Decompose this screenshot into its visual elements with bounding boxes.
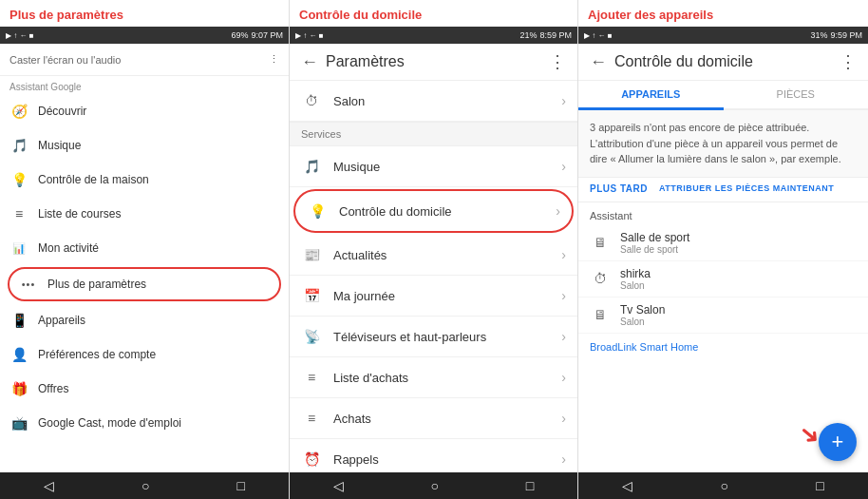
more-icon-p2[interactable]: ⋮: [549, 51, 566, 72]
nav-label-plus-parametres: Plus de paramètres: [47, 278, 146, 291]
more-icon-p3[interactable]: ⋮: [840, 51, 857, 72]
televiseurs-label: Téléviseurs et haut-parleurs: [333, 330, 486, 344]
alarm-icon-p2: ⏰: [301, 449, 322, 470]
chevron-icon-salon: ›: [561, 93, 566, 108]
tab-pieces[interactable]: PIÈCES: [724, 81, 869, 110]
tab-appareils[interactable]: APPAREILS: [578, 81, 724, 110]
activity-icon: 📊: [9, 239, 28, 258]
ma-journee-label: Ma journée: [333, 289, 395, 303]
news-icon-p2: 📰: [301, 244, 322, 265]
nav-item-liste-courses[interactable]: ≡ Liste de courses: [0, 197, 289, 231]
home-icon-p2: 💡: [307, 201, 328, 221]
music-icon: 🎵: [9, 136, 28, 155]
nav-label-google-cast: Google Cast, mode d'emploi: [38, 416, 181, 430]
home-icon: 💡: [9, 170, 28, 189]
panel3-nav-bar: ◁ ○ □: [578, 472, 868, 499]
home-button-p3[interactable]: ○: [721, 478, 728, 493]
panel1-status-bar: ▶ ↑ ← ■ 69% 9:07 PM: [0, 27, 289, 44]
salon-icon: ⏱: [301, 90, 322, 111]
nav-item-musique[interactable]: 🎵 Musique: [0, 128, 289, 163]
panel1-nav-list: 🧭 Découvrir 🎵 Musique 💡 Contrôle de la m…: [0, 94, 289, 472]
add-device-fab[interactable]: +: [819, 423, 857, 461]
chevron-controle: ›: [556, 203, 560, 219]
panel3-time: 9:59 PM: [830, 30, 862, 40]
panel1-status-icons: ▶ ↑ ← ■: [6, 31, 34, 40]
panel2-achats-item[interactable]: ≡ Achats ›: [290, 398, 577, 439]
recents-button-p2[interactable]: □: [526, 478, 534, 493]
add-icon: +: [832, 430, 844, 454]
device-item-salle-sport[interactable]: 🖥 Salle de sport Salle de sport: [578, 225, 868, 261]
chevron-rappels: ›: [561, 451, 566, 467]
devices-icon: 📱: [9, 311, 28, 330]
panel3-info-box: 3 appareils n'ont pas encore de pièce at…: [578, 110, 868, 178]
device-icon-shirka: ⏱: [590, 268, 611, 289]
calendar-icon-p2: 📅: [301, 285, 322, 306]
device-name-tv-salon: Tv Salon: [620, 303, 665, 317]
home-button-p2[interactable]: ○: [431, 478, 439, 493]
panel2-controle-domicile-item[interactable]: 💡 Contrôle du domicile ›: [293, 189, 574, 233]
actualites-label: Actualités: [333, 248, 387, 262]
home-button-p1[interactable]: ○: [142, 478, 149, 493]
panel-plus-de-parametres: Plus de paramètres ▶ ↑ ← ■ 69% 9:07 PM C…: [0, 0, 290, 499]
device-name-salle-sport: Salle de sport: [620, 231, 689, 244]
back-icon-p3[interactable]: ←: [590, 52, 607, 72]
nav-item-decouvrir[interactable]: 🧭 Découvrir: [0, 94, 289, 128]
musique-label-p2: Musique: [333, 160, 380, 174]
plus-tard-button[interactable]: PLUS TARD: [590, 183, 648, 194]
chevron-liste-achats: ›: [561, 370, 566, 385]
nav-item-mon-activite[interactable]: 📊 Mon activité: [0, 231, 289, 265]
panel2-nav-bar: ◁ ○ □: [290, 472, 577, 499]
nav-item-appareils[interactable]: 📱 Appareils: [0, 303, 289, 337]
panel2-liste-achats-item[interactable]: ≡ Liste d'achats ›: [290, 357, 577, 398]
nav-label-controle-maison: Contrôle de la maison: [38, 173, 149, 186]
nav-label-preferences-compte: Préférences de compte: [38, 348, 156, 361]
back-button-p2[interactable]: ◁: [333, 478, 344, 493]
nav-label-decouvrir: Découvrir: [38, 105, 86, 118]
device-icon-tv-salon: 🖥: [590, 304, 611, 325]
nav-item-google-cast[interactable]: 📺 Google Cast, mode d'emploi: [0, 406, 289, 440]
back-button-p3[interactable]: ◁: [622, 478, 632, 493]
back-button-p1[interactable]: ◁: [44, 478, 54, 493]
panel3-toolbar-title: Contrôle du domicile: [614, 53, 753, 70]
panel3-devices-list: 🖥 Salle de sport Salle de sport ⏱ shirka…: [578, 225, 868, 334]
back-icon-p2[interactable]: ←: [301, 52, 318, 72]
panel2-toolbar: ← Paramètres ⋮: [290, 44, 577, 81]
panel3-action-row: PLUS TARD ATTRIBUER LES PIÈCES MAINTENAN…: [578, 178, 868, 202]
panel2-rappels-item[interactable]: ⏰ Rappels ›: [290, 439, 577, 472]
rappels-label: Rappels: [333, 452, 379, 467]
panel1-battery: 69%: [231, 30, 248, 40]
panel2-actualites-item[interactable]: 📰 Actualités ›: [290, 235, 577, 276]
nav-item-offres[interactable]: 🎁 Offres: [0, 372, 289, 406]
device-sub-salle-sport: Salle de sport: [620, 244, 689, 255]
broadlink-label: BroadLink Smart Home: [578, 334, 868, 360]
music-icon-p2: 🎵: [301, 156, 322, 177]
chevron-journee: ›: [561, 288, 566, 303]
device-item-tv-salon[interactable]: 🖥 Tv Salon Salon: [578, 297, 868, 334]
nav-item-controle-maison[interactable]: 💡 Contrôle de la maison: [0, 163, 289, 197]
panel-controle-domicile: Contrôle du domicile ▶ ↑ ← ■ 21% 8:59 PM…: [290, 0, 578, 499]
nav-item-preferences-compte[interactable]: 👤 Préférences de compte: [0, 337, 289, 372]
device-item-shirka[interactable]: ⏱ shirka Salon: [578, 261, 868, 297]
panel2-ma-journee-item[interactable]: 📅 Ma journée ›: [290, 276, 577, 317]
nav-item-plus-parametres[interactable]: ••• Plus de paramètres: [8, 267, 281, 301]
panel2-televiseurs-item[interactable]: 📡 Téléviseurs et haut-parleurs ›: [290, 317, 577, 357]
recents-button-p3[interactable]: □: [816, 478, 823, 493]
shopping-icon-p2: ≡: [301, 408, 322, 429]
gift-icon: 🎁: [9, 379, 28, 398]
panel2-services-list: 🎵 Musique › 💡 Contrôle du domicile › 📰 A…: [290, 146, 577, 472]
panel1-time: 9:07 PM: [251, 30, 283, 40]
panel1-header[interactable]: Caster l'écran ou l'audio ⋮: [0, 44, 289, 76]
panel3-toolbar: ← Contrôle du domicile ⋮: [578, 44, 868, 81]
attribuer-button[interactable]: ATTRIBUER LES PIÈCES MAINTENANT: [659, 183, 834, 194]
device-sub-shirka: Salon: [620, 280, 651, 291]
achats-label: Achats: [333, 412, 371, 426]
panel-ajouter-appareils: Ajouter des appareils ▶ ↑ ← ■ 31% 9:59 P…: [578, 0, 868, 499]
panel2-time: 8:59 PM: [539, 30, 572, 40]
cast-icon: 📺: [9, 413, 28, 432]
panel2-salon-item[interactable]: ⏱ Salon ›: [290, 81, 577, 122]
device-sub-tv-salon: Salon: [620, 317, 665, 327]
panel2-musique-item[interactable]: 🎵 Musique ›: [290, 146, 577, 187]
nav-label-liste-courses: Liste de courses: [38, 207, 121, 221]
recents-button-p1[interactable]: □: [237, 478, 245, 493]
nav-label-appareils: Appareils: [38, 314, 85, 327]
